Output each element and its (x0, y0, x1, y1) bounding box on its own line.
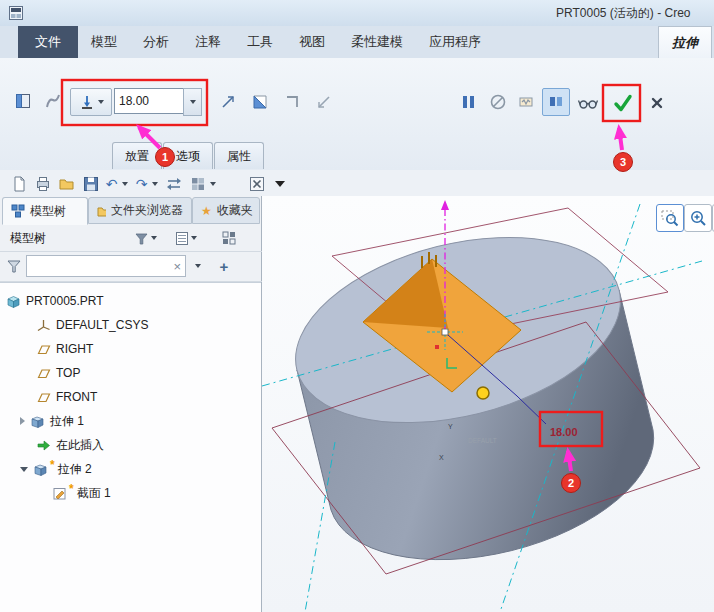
clear-search-button[interactable]: × (169, 259, 185, 274)
print-button[interactable] (32, 173, 54, 195)
tree-settings-button[interactable] (216, 226, 242, 250)
tree-search-input[interactable] (27, 258, 169, 274)
geometry-preview-button[interactable] (542, 88, 570, 116)
tree-filters-button[interactable] (130, 226, 162, 250)
depth-type-button[interactable] (70, 88, 112, 116)
axis-y-label: Y (448, 423, 453, 430)
tab-properties[interactable]: 属性 (214, 142, 264, 169)
dropdown-caret-icon (190, 100, 196, 104)
3d-viewport[interactable]: 18.00 DEFAULT Y X (262, 196, 714, 612)
window-grid-icon (189, 175, 207, 193)
csys-marker (435, 345, 439, 349)
ribbon-tab-bar: 文件 模型 分析 注释 工具 视图 柔性建模 应用程序 拉伸 (0, 26, 714, 59)
tree-item-label: DEFAULT_CSYS (56, 318, 148, 332)
zoom-in-button[interactable] (684, 204, 712, 232)
surface-toggle-button[interactable] (38, 86, 68, 116)
extrude-direction-arrow-icon[interactable] (441, 200, 449, 210)
star-icon: ★ (201, 204, 212, 218)
tree-item-plane-top[interactable]: TOP (0, 361, 261, 385)
thicken-sketch-button[interactable] (278, 88, 306, 116)
add-filter-button[interactable]: + (214, 255, 234, 277)
tree-columns-button[interactable] (170, 226, 202, 250)
tab-favorites[interactable]: ★ 收藏夹 (192, 197, 260, 224)
verify-button[interactable] (572, 88, 604, 116)
tree-item-plane-right[interactable]: RIGHT (0, 337, 261, 361)
open-folder-button[interactable] (56, 173, 78, 195)
search-dropdown-button[interactable] (190, 256, 206, 276)
tab-flexible-modeling[interactable]: 柔性建模 (338, 26, 416, 58)
tree-item-insert-here[interactable]: 在此插入 (0, 433, 261, 457)
regenerate-button[interactable] (163, 173, 185, 195)
tab-model[interactable]: 模型 (78, 26, 130, 58)
panel-title: 模型树 (10, 230, 46, 247)
expand-arrow-collapsed[interactable] (20, 417, 25, 425)
attached-preview-button[interactable] (512, 88, 540, 116)
tab-label: 模型树 (30, 203, 66, 220)
dimension-label[interactable]: 18.00 (550, 426, 578, 438)
depth-value-dropdown-button[interactable] (183, 88, 202, 116)
tree-item-plane-front[interactable]: FRONT (0, 385, 261, 409)
tab-label: 文件夹浏览器 (111, 202, 183, 219)
window-layout-button[interactable] (187, 173, 209, 195)
tree-item-part[interactable]: PRT0005.PRT (0, 289, 261, 313)
window-menu-caret[interactable] (207, 173, 219, 195)
tab-options[interactable]: 选项 (163, 142, 213, 169)
refit-button[interactable] (656, 204, 684, 232)
tree-item-csys[interactable]: DEFAULT_CSYS (0, 313, 261, 337)
save-button[interactable] (80, 173, 102, 195)
tab-annotate[interactable]: 注释 (182, 26, 234, 58)
depth-value-input[interactable] (114, 88, 183, 114)
part-icon (6, 294, 21, 309)
tree-item-section1[interactable]: * 截面 1 (0, 481, 261, 505)
glasses-icon (577, 93, 599, 111)
center-handle[interactable] (442, 329, 448, 335)
tree-item-extrude2[interactable]: * 拉伸 2 (0, 457, 261, 481)
tab-placement[interactable]: 放置 (112, 142, 162, 169)
close-icon (649, 95, 665, 111)
tab-model-tree[interactable]: 模型树 (2, 197, 88, 225)
tab-label: 收藏夹 (217, 202, 253, 219)
geometry-preview-icon (547, 93, 565, 111)
tab-view[interactable]: 视图 (286, 26, 338, 58)
graphics-toolbar-toggle[interactable] (272, 173, 288, 195)
regenerate-icon (165, 175, 183, 193)
tree-item-label: FRONT (56, 390, 97, 404)
quick-access-toolbar: ↶ ↷ (0, 170, 714, 197)
remove-material-icon (251, 93, 269, 111)
close-panel-button[interactable] (246, 173, 268, 195)
new-file-button[interactable] (8, 173, 30, 195)
caret-down-icon (191, 236, 197, 240)
settings-grid-icon (222, 231, 236, 245)
graphics-area: 18.00 DEFAULT Y X (262, 196, 714, 612)
solid-icon (14, 92, 32, 110)
tab-tools[interactable]: 工具 (234, 26, 286, 58)
solid-toggle-button[interactable] (8, 86, 38, 116)
tab-folder-browser[interactable]: 文件夹浏览器 (88, 197, 192, 224)
extrude-feature-icon (30, 414, 45, 429)
tree-filter-row: × + (0, 251, 262, 282)
flip-depth-button[interactable] (214, 88, 242, 116)
funnel-icon (135, 232, 148, 245)
redo-menu-caret[interactable] (149, 173, 161, 195)
tree-item-label: 在此插入 (56, 437, 104, 454)
attached-preview-icon (517, 93, 535, 111)
tab-extrude[interactable]: 拉伸 (658, 26, 712, 58)
tab-applications[interactable]: 应用程序 (416, 26, 494, 58)
no-preview-button[interactable] (484, 88, 512, 116)
depth-drag-handle[interactable] (477, 387, 489, 399)
depth-value-combo (114, 88, 202, 114)
tab-file[interactable]: 文件 (18, 26, 78, 58)
caret-down-icon (210, 182, 216, 186)
navigator-panel: 模型树 文件夹浏览器 ★ 收藏夹 模型树 (0, 196, 262, 612)
expand-arrow-expanded[interactable] (20, 467, 28, 472)
redo-icon: ↷ (136, 177, 148, 191)
regenerate-marker: * (69, 482, 74, 496)
remove-material-button[interactable] (246, 88, 274, 116)
ok-button[interactable] (606, 86, 640, 120)
cancel-button[interactable] (644, 90, 670, 116)
undo-menu-caret[interactable] (119, 173, 131, 195)
tree-item-extrude1[interactable]: 拉伸 1 (0, 409, 261, 433)
pause-button[interactable] (454, 88, 482, 116)
flip-material-side-button[interactable] (310, 88, 338, 116)
tab-analysis[interactable]: 分析 (130, 26, 182, 58)
